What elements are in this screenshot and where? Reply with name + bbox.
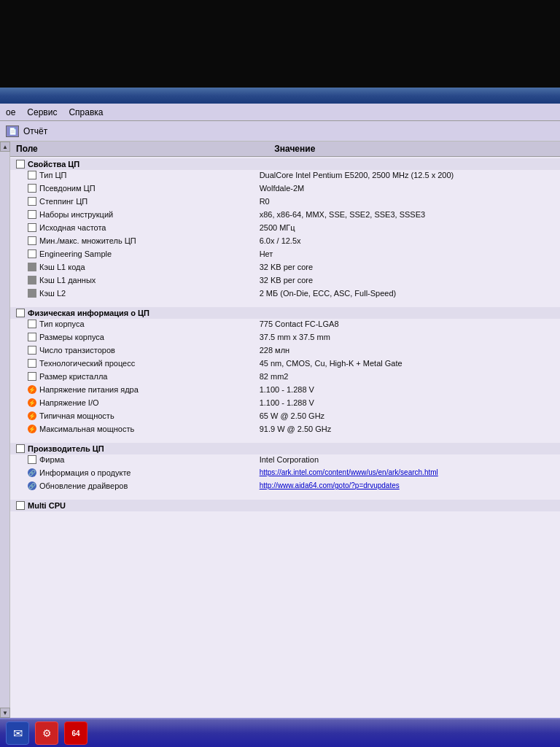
menu-item-file[interactable]: ое bbox=[6, 107, 15, 117]
value-core-voltage: 1.100 - 1.288 V bbox=[260, 385, 554, 394]
value-engineering-sample: Нет bbox=[260, 249, 554, 258]
section-cpu-checkbox[interactable] bbox=[16, 160, 25, 169]
value-typical-tdp: 65 W @ 2.50 GHz bbox=[260, 411, 554, 420]
field-cpu-stepping: Степпинг ЦП bbox=[28, 197, 260, 206]
section-manufacturer-title: Производитель ЦП bbox=[28, 444, 104, 453]
blue-bar bbox=[0, 88, 560, 104]
value-cpu-freq: 2500 МГц bbox=[260, 223, 554, 232]
table-row: Тип корпуса 775 Contact FC-LGA8 bbox=[10, 319, 560, 332]
table-header: Поле Значение bbox=[10, 142, 560, 157]
table-body: Свойства ЦП Тип ЦП DualCore Intel Pentiu… bbox=[10, 157, 560, 513]
value-io-voltage: 1.100 - 1.288 V bbox=[260, 398, 554, 407]
field-max-tdp: ⚡ Максимальная мощность bbox=[28, 425, 260, 433]
toolbar-label: Отчёт bbox=[23, 126, 47, 136]
table-row: 🔗 Информация о продукте https://ark.inte… bbox=[10, 468, 560, 481]
thunder-icon: ⚡ bbox=[28, 425, 36, 433]
link-icon: 🔗 bbox=[28, 468, 36, 477]
spacer bbox=[10, 437, 560, 443]
checkbox-icon bbox=[28, 197, 36, 206]
value-l2-cache: 2 МБ (On-Die, ECC, ASC, Full-Speed) bbox=[260, 289, 554, 298]
field-cpu-instructions: Наборы инструкций bbox=[28, 210, 260, 219]
table-row: Технологический процесс 45 nm, CMOS, Cu,… bbox=[10, 358, 560, 371]
col-value-header: Значение bbox=[274, 144, 554, 154]
report-icon: 📄 bbox=[6, 125, 19, 137]
section-multi-cpu-checkbox[interactable] bbox=[16, 501, 25, 510]
table-row: ⚡ Максимальная мощность 91.9 W @ 2.50 GH… bbox=[10, 424, 560, 437]
value-l1-code-cache: 32 KB per core bbox=[260, 263, 554, 271]
cache-icon bbox=[28, 276, 36, 285]
table-row: Степпинг ЦП R0 bbox=[10, 196, 560, 209]
scroll-down-arrow[interactable]: ▼ bbox=[0, 708, 10, 718]
field-process: Технологический процесс bbox=[28, 359, 260, 368]
value-cpu-type: DualCore Intel Pentium E5200, 2500 MHz (… bbox=[260, 171, 554, 179]
section-manufacturer-checkbox[interactable] bbox=[16, 444, 25, 453]
value-product-info-link[interactable]: https://ark.intel.com/content/www/us/en/… bbox=[260, 468, 554, 476]
table-row: Тип ЦП DualCore Intel Pentium E5200, 250… bbox=[10, 170, 560, 183]
left-sidebar: ▲ ▼ bbox=[0, 142, 10, 718]
spacer bbox=[10, 301, 560, 307]
table-row: Псевдоним ЦП Wolfdale-2M bbox=[10, 183, 560, 196]
field-core-voltage: ⚡ Напряжение питания ядра bbox=[28, 385, 260, 394]
field-l1-data-cache: Кэш L1 данных bbox=[28, 276, 260, 285]
value-company: Intel Corporation bbox=[260, 455, 554, 464]
checkbox-icon bbox=[28, 320, 36, 328]
table-row: Наборы инструкций x86, x86-64, MMX, SSE,… bbox=[10, 209, 560, 222]
antivirus-taskbar-icon[interactable]: ⚙ bbox=[35, 721, 58, 745]
cache-icon bbox=[28, 263, 36, 271]
field-package-type: Тип корпуса bbox=[28, 320, 260, 328]
field-cpu-alias: Псевдоним ЦП bbox=[28, 184, 260, 193]
checkbox-icon bbox=[28, 210, 36, 219]
table-row: Исходная частота 2500 МГц bbox=[10, 222, 560, 236]
thunder-icon: ⚡ bbox=[28, 385, 36, 394]
table-row: Кэш L2 2 МБ (On-Die, ECC, ASC, Full-Spee… bbox=[10, 288, 560, 301]
field-typical-tdp: ⚡ Типичная мощность bbox=[28, 411, 260, 420]
email-taskbar-icon[interactable]: ✉ bbox=[6, 721, 29, 745]
section-physical-checkbox[interactable] bbox=[16, 309, 25, 317]
field-cpu-multiplier: Мин./макс. множитель ЦП bbox=[28, 236, 260, 245]
field-l2-cache: Кэш L2 bbox=[28, 289, 260, 298]
field-die-size: Размер кристалла bbox=[28, 372, 260, 381]
table-row: Фирма Intel Corporation bbox=[10, 454, 560, 468]
value-driver-update-link[interactable]: http://www.aida64.com/goto/?p=drvupdates bbox=[260, 481, 554, 489]
section-multi-cpu: Multi CPU bbox=[10, 500, 560, 511]
thunder-icon: ⚡ bbox=[28, 398, 36, 407]
table-row: ⚡ Напряжение I/O 1.100 - 1.288 V bbox=[10, 398, 560, 411]
field-engineering-sample: Engineering Sample bbox=[28, 249, 260, 258]
cpuz-taskbar-icon[interactable]: 64 bbox=[64, 721, 88, 745]
table-row: Размер кристалла 82 mm2 bbox=[10, 371, 560, 384]
table-row: Кэш L1 кода 32 KB per core bbox=[10, 262, 560, 275]
section-cpu-properties: Свойства ЦП bbox=[10, 158, 560, 170]
checkbox-icon bbox=[28, 171, 36, 179]
toolbar: 📄 Отчёт bbox=[0, 121, 560, 142]
table-row: ⚡ Типичная мощность 65 W @ 2.50 GHz bbox=[10, 411, 560, 424]
section-cpu-title: Свойства ЦП bbox=[28, 160, 79, 169]
checkbox-icon bbox=[28, 236, 36, 245]
field-driver-update: 🔗 Обновление драйверов bbox=[28, 481, 260, 490]
value-cpu-instructions: x86, x86-64, MMX, SSE, SSE2, SSE3, SSSE3 bbox=[260, 210, 554, 219]
table-row: Размеры корпуса 37.5 mm x 37.5 mm bbox=[10, 332, 560, 345]
checkbox-icon bbox=[28, 359, 36, 368]
field-io-voltage: ⚡ Напряжение I/O bbox=[28, 398, 260, 407]
field-product-info: 🔗 Информация о продукте bbox=[28, 468, 260, 477]
menu-item-help[interactable]: Справка bbox=[69, 107, 103, 117]
field-l1-code-cache: Кэш L1 кода bbox=[28, 263, 260, 271]
value-die-size: 82 mm2 bbox=[260, 372, 554, 381]
field-package-size: Размеры корпуса bbox=[28, 333, 260, 341]
value-max-tdp: 91.9 W @ 2.50 GHz bbox=[260, 425, 554, 433]
value-package-size: 37.5 mm x 37.5 mm bbox=[260, 333, 554, 341]
checkbox-icon bbox=[28, 223, 36, 232]
checkbox-icon bbox=[28, 184, 36, 193]
menu-item-service[interactable]: Сервис bbox=[27, 107, 57, 117]
table-row: ⚡ Напряжение питания ядра 1.100 - 1.288 … bbox=[10, 384, 560, 398]
top-black-bar bbox=[0, 0, 560, 88]
data-table: Поле Значение Свойства ЦП Тип ЦП DualCor… bbox=[10, 142, 560, 718]
scroll-up-arrow[interactable]: ▲ bbox=[0, 142, 10, 152]
value-cpu-stepping: R0 bbox=[260, 197, 554, 206]
col-field-header: Поле bbox=[16, 144, 274, 154]
checkbox-icon bbox=[28, 346, 36, 355]
section-physical-title: Физическая информация о ЦП bbox=[28, 309, 149, 317]
checkbox-icon bbox=[28, 333, 36, 341]
value-cpu-alias: Wolfdale-2M bbox=[260, 184, 554, 193]
checkbox-icon bbox=[28, 372, 36, 381]
section-multi-cpu-title: Multi CPU bbox=[28, 501, 66, 510]
